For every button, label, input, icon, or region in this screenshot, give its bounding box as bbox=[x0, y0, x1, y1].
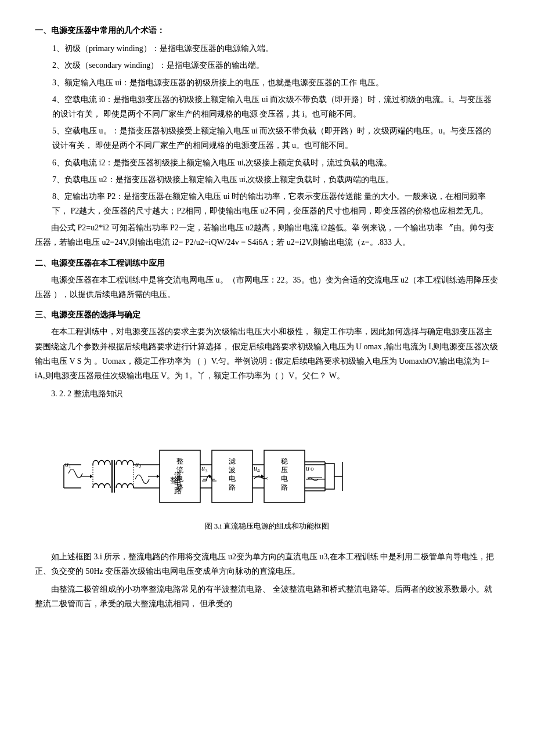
item-7: 7、负载电压 u2：是指变压器初级接上额定输入电压 ui,次级接上额定负载时，负… bbox=[52, 172, 499, 187]
svg-text:2: 2 bbox=[139, 464, 142, 469]
svg-text:路: 路 bbox=[229, 483, 236, 491]
svg-marker-6 bbox=[90, 475, 93, 478]
svg-text:1: 1 bbox=[68, 464, 71, 469]
item-2: 2、次级（secondary winding）：是指电源变压器的输出端。 bbox=[52, 58, 499, 73]
svg-text:电: 电 bbox=[176, 475, 183, 483]
svg-text:稳: 稳 bbox=[281, 457, 288, 465]
circuit-diagram: u 1 u bbox=[58, 413, 476, 517]
circuit-caption: 图 3.i 直流稳压电源的组成和功能框图 bbox=[205, 519, 330, 533]
svg-text:滤: 滤 bbox=[229, 457, 236, 465]
item-8: 8、定输出功率 P2：是指变压器在额定输入电压 ui 时的输出功率，它表示变压器… bbox=[52, 189, 499, 218]
svg-text:3: 3 bbox=[205, 468, 208, 473]
section322-title: 3. 2. 2 整流电路知识 bbox=[35, 386, 499, 401]
para-circuit-desc: 如上述框图 3.i 所示，整流电路的作用将交流电压 u2变为单方向的直流电压 u… bbox=[35, 549, 499, 578]
item-3: 3、额定输入电压 ui：是指电源变压器的初级所接上的电压，也就是电源变压器的工作… bbox=[52, 75, 499, 90]
para-section2-content: 电源变压器在本工程训练中是将交流电网电压 u。（市网电压：22。35。也）变为合… bbox=[35, 273, 499, 302]
svg-text:路: 路 bbox=[176, 483, 183, 491]
svg-text:o: o bbox=[311, 465, 314, 472]
svg-text:电: 电 bbox=[229, 475, 236, 483]
svg-text:压: 压 bbox=[281, 466, 288, 474]
para-circuit-desc2: 由整流二极管组成的小功率整流电路常见的有半波整流电路、 全波整流电路和桥式整流电… bbox=[35, 582, 499, 611]
svg-text:整: 整 bbox=[176, 457, 183, 465]
item-4: 4、空载电流 i0：是指电源变压器的初级接上额定输入电压 ui 而次级不带负载（… bbox=[52, 92, 499, 121]
section1-title: 一、电源变压器中常用的几个术语： bbox=[35, 23, 499, 38]
para-p2-formula: 由公式 P2=u2*i2 可知若输出功率 P2一定，若输出电压 u2越高，则输出… bbox=[35, 220, 499, 249]
item-6: 6、负载电流 i2：是指变压器初级接上额定输入电压 ui,次级接上额定负载时，流… bbox=[52, 155, 499, 170]
page-content: 一、电源变压器中常用的几个术语： 1、初级（primary winding）：是… bbox=[35, 23, 499, 611]
svg-text:流: 流 bbox=[176, 466, 183, 474]
svg-text:4: 4 bbox=[257, 468, 260, 473]
svg-text:波: 波 bbox=[229, 466, 236, 474]
svg-text:电: 电 bbox=[281, 475, 288, 483]
svg-text:u: u bbox=[306, 464, 309, 472]
section3-title: 三、电源变压器的选择与确定 bbox=[35, 308, 499, 322]
svg-text:路: 路 bbox=[281, 483, 288, 491]
svg-rect-37 bbox=[325, 464, 334, 489]
section2-title: 二、电源变压器在本工程训练中应用 bbox=[35, 256, 499, 270]
item-5: 5、空载电压 u。：是指变压器初级接受上额定输入电压 ui 而次级不带负载（即开… bbox=[52, 124, 499, 153]
item-1: 1、初级（primary winding）：是指电源变压器的电源输入端。 bbox=[52, 41, 499, 56]
para-section3-content: 在本工程训练中，对电源变压器的要求主要为次级输出电压大小和极性， 额定工作功率，… bbox=[35, 324, 499, 383]
circuit-wrapper: u 1 u bbox=[35, 413, 499, 537]
